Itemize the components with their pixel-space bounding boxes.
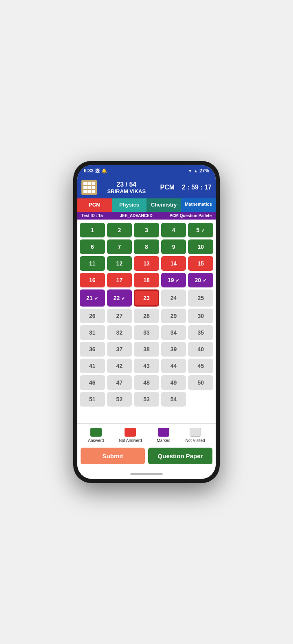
question-btn-18[interactable]: 18 — [134, 273, 159, 287]
question-btn-25[interactable]: 25 — [188, 289, 213, 307]
question-btn-32[interactable]: 32 — [107, 325, 132, 340]
question-btn-41[interactable]: 41 — [80, 359, 105, 373]
test-id: Test ID : 15 — [81, 213, 103, 218]
question-btn-48[interactable]: 48 — [134, 375, 159, 390]
question-btn-46[interactable]: 46 — [80, 375, 105, 390]
question-btn-28[interactable]: 28 — [134, 309, 159, 323]
phone-screen: 6:33 🖼 🔔 27% 23 / 54 SRIRAM VIKAS PCM — [77, 165, 216, 479]
time-display: 6:33 — [84, 168, 94, 174]
tab-physics[interactable]: Physics — [112, 198, 146, 212]
info-bar: Test ID : 15 JEE_ADVANCED PCM Question P… — [77, 212, 216, 220]
progress-display: 23 / 54 — [116, 181, 136, 188]
signal-icon — [194, 168, 198, 174]
question-btn-20[interactable]: 20 ✓ — [188, 273, 213, 287]
palette-label: PCM Question Pallete — [170, 213, 212, 218]
question-btn-10[interactable]: 10 — [188, 239, 213, 254]
header-info: 23 / 54 SRIRAM VIKAS — [100, 181, 153, 194]
question-btn-27[interactable]: 27 — [107, 309, 132, 323]
legend-color-2 — [158, 428, 169, 437]
subject-tabs: PCM Physics Chemistry Mathematics — [77, 198, 216, 212]
question-btn-35[interactable]: 35 — [188, 325, 213, 340]
question-btn-37[interactable]: 37 — [107, 342, 132, 357]
question-btn-50[interactable]: 50 — [188, 375, 213, 390]
question-btn-38[interactable]: 38 — [134, 342, 159, 357]
question-btn-40[interactable]: 40 — [188, 342, 213, 357]
question-btn-9[interactable]: 9 — [161, 239, 186, 254]
question-btn-26[interactable]: 26 — [80, 309, 105, 323]
wifi-icon — [188, 168, 192, 174]
question-btn-43[interactable]: 43 — [134, 359, 159, 373]
question-btn-53[interactable]: 53 — [134, 392, 159, 407]
question-btn-42[interactable]: 42 — [107, 359, 132, 373]
tab-maths[interactable]: Mathematics — [181, 198, 216, 212]
question-btn-2[interactable]: 2 — [107, 223, 132, 237]
battery-display: 27% — [199, 168, 209, 174]
question-btn-54[interactable]: 54 — [161, 392, 186, 407]
question-btn-3[interactable]: 3 — [134, 223, 159, 237]
question-btn-6[interactable]: 6 — [80, 239, 105, 254]
question-btn-34[interactable]: 34 — [161, 325, 186, 340]
question-btn-30[interactable]: 30 — [188, 309, 213, 323]
question-btn-36[interactable]: 36 — [80, 342, 105, 357]
question-btn-45[interactable]: 45 — [188, 359, 213, 373]
app-header: 23 / 54 SRIRAM VIKAS PCM 2 : 59 : 17 — [77, 176, 216, 198]
question-btn-5[interactable]: 5 ✓ — [188, 223, 213, 237]
question-btn-52[interactable]: 52 — [107, 392, 132, 407]
legend-label-2: Marked — [157, 438, 170, 443]
legend-label-0: Answerd — [88, 438, 104, 443]
question-btn-33[interactable]: 33 — [134, 325, 159, 340]
student-name: SRIRAM VIKAS — [107, 188, 146, 194]
question-btn-49[interactable]: 49 — [161, 375, 186, 390]
legend-item-3: Not Visited — [185, 428, 205, 443]
question-btn-44[interactable]: 44 — [161, 359, 186, 373]
question-btn-4[interactable]: 4 — [161, 223, 186, 237]
legend-item-1: Not Answerd — [119, 428, 142, 443]
question-btn-51[interactable]: 51 — [80, 392, 105, 407]
question-btn-7[interactable]: 7 — [107, 239, 132, 254]
status-bar: 6:33 🖼 🔔 27% — [77, 165, 216, 176]
question-btn-11[interactable]: 11 — [80, 256, 105, 271]
question-btn-8[interactable]: 8 — [134, 239, 159, 254]
question-btn-23[interactable]: 23 — [134, 289, 159, 307]
legend: AnswerdNot AnswerdMarkedNot Visited — [77, 423, 216, 445]
tab-chemistry[interactable]: Chemistry — [146, 198, 181, 212]
question-btn-14[interactable]: 14 — [161, 256, 186, 271]
question-btn-17[interactable]: 17 — [107, 273, 132, 287]
menu-grid-icon[interactable] — [81, 180, 97, 195]
question-btn-39[interactable]: 39 — [161, 342, 186, 357]
question-btn-19[interactable]: 19 ✓ — [161, 273, 186, 287]
status-time: 6:33 🖼 🔔 — [84, 168, 107, 174]
question-btn-21[interactable]: 21 ✓ — [80, 289, 105, 307]
timer-display: 2 : 59 : 17 — [182, 184, 212, 191]
tab-pcm[interactable]: PCM — [77, 198, 112, 212]
question-palette: 12345 ✓678910111213141516171819 ✓20 ✓21 … — [77, 220, 216, 423]
legend-label-3: Not Visited — [185, 438, 205, 443]
action-buttons: Submit Question Paper — [77, 445, 216, 469]
question-btn-47[interactable]: 47 — [107, 375, 132, 390]
legend-item-2: Marked — [157, 428, 170, 443]
legend-color-1 — [125, 428, 136, 437]
question-btn-15[interactable]: 15 — [188, 256, 213, 271]
legend-color-0 — [90, 428, 102, 437]
subject-display: PCM — [160, 184, 175, 191]
question-grid: 12345 ✓678910111213141516171819 ✓20 ✓21 … — [80, 223, 213, 407]
question-btn-29[interactable]: 29 — [161, 309, 186, 323]
phone-frame: 6:33 🖼 🔔 27% 23 / 54 SRIRAM VIKAS PCM — [73, 161, 220, 483]
question-btn-13[interactable]: 13 — [134, 256, 159, 271]
question-btn-24[interactable]: 24 — [161, 289, 186, 307]
question-btn-31[interactable]: 31 — [80, 325, 105, 340]
notification-icon: 🔔 — [101, 168, 107, 174]
submit-button[interactable]: Submit — [81, 448, 145, 464]
question-btn-12[interactable]: 12 — [107, 256, 132, 271]
exam-type: JEE_ADVANCED — [120, 213, 152, 218]
question-btn-22[interactable]: 22 ✓ — [107, 289, 132, 307]
legend-color-3 — [190, 428, 201, 437]
question-paper-button[interactable]: Question Paper — [148, 448, 212, 464]
legend-label-1: Not Answerd — [119, 438, 142, 443]
scroll-indicator — [77, 469, 216, 479]
scroll-bar — [130, 473, 163, 475]
photo-icon: 🖼 — [95, 168, 100, 173]
question-btn-16[interactable]: 16 — [80, 273, 105, 287]
question-btn-1[interactable]: 1 — [80, 223, 105, 237]
status-icons: 27% — [188, 168, 209, 174]
